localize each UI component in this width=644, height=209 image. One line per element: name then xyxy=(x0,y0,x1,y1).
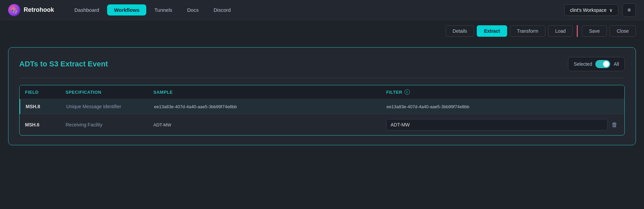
nav-item-workflows[interactable]: Workflows xyxy=(107,4,146,16)
nav-item-docs[interactable]: Docs xyxy=(180,4,205,16)
col-header-filter: FILTER i xyxy=(386,89,619,95)
logo-text: Retrohook xyxy=(24,6,54,13)
cell-spec-1: Unique Message Identifier xyxy=(66,104,154,109)
workspace-button[interactable]: clint's Workspace ∨ xyxy=(564,4,618,16)
all-label: All xyxy=(614,61,619,67)
hamburger-menu-button[interactable]: ≡ xyxy=(622,3,636,17)
cell-filter-1: ee13a83e-407d-4a40-aae5-3bb99f74e8bb xyxy=(387,104,619,109)
save-button[interactable]: Save xyxy=(582,25,607,37)
card-header: ADTs to S3 Extract Event Selected All xyxy=(19,57,625,71)
toggle-area[interactable]: Selected All xyxy=(568,57,625,71)
cell-filter-2: 🗑 xyxy=(386,119,619,130)
table-row: MSH.6 Receiving Facility ADT-MW 🗑 xyxy=(20,114,624,135)
nav-item-tunnels[interactable]: Tunnels xyxy=(148,4,179,16)
cell-spec-2: Receiving Facility xyxy=(66,122,153,127)
table-row: MSH.8 Unique Message Identifier ee13a83e… xyxy=(20,99,624,114)
main-nav: Dashboard Workflows Tunnels Docs Discord xyxy=(68,4,564,16)
extract-button[interactable]: Extract xyxy=(477,25,507,37)
hamburger-icon: ≡ xyxy=(627,7,630,13)
load-button[interactable]: Load xyxy=(548,25,573,37)
col-header-field: FIELD xyxy=(25,89,66,95)
cell-field-2: MSH.6 xyxy=(25,122,66,127)
cell-sample-1: ee13a83e-407d-4a40-aae5-3bb99f74e8bb xyxy=(154,104,387,109)
nav-item-dashboard[interactable]: Dashboard xyxy=(68,4,106,16)
trash-icon: 🗑 xyxy=(612,121,618,128)
data-table: FIELD SPECIFICATION SAMPLE FILTER i MSH.… xyxy=(19,85,625,136)
toolbar-divider xyxy=(577,25,578,37)
close-button[interactable]: Close xyxy=(610,25,636,37)
chevron-down-icon: ∨ xyxy=(609,7,613,13)
main-content: ADTs to S3 Extract Event Selected All FI… xyxy=(0,42,644,151)
card-divider xyxy=(19,78,625,78)
col-header-sample: SAMPLE xyxy=(153,89,386,95)
toggle-knob xyxy=(603,61,609,67)
logo-icon: 🎣 xyxy=(8,4,20,16)
header: 🎣 Retrohook Dashboard Workflows Tunnels … xyxy=(0,0,644,20)
workspace-label: clint's Workspace xyxy=(570,7,606,13)
header-right: clint's Workspace ∨ ≡ xyxy=(564,3,636,17)
table-header: FIELD SPECIFICATION SAMPLE FILTER i xyxy=(20,85,624,99)
extract-event-card: ADTs to S3 Extract Event Selected All FI… xyxy=(8,47,636,145)
card-title: ADTs to S3 Extract Event xyxy=(19,60,108,68)
toolbar: Details Extract Transform Load Save Clos… xyxy=(0,20,644,42)
delete-row2-button[interactable]: 🗑 xyxy=(610,120,619,130)
filter-info-icon[interactable]: i xyxy=(404,89,410,95)
nav-item-discord[interactable]: Discord xyxy=(207,4,238,16)
selected-all-toggle[interactable] xyxy=(595,60,610,68)
col-header-specification: SPECIFICATION xyxy=(66,89,153,95)
filter-input-row2[interactable] xyxy=(386,119,608,130)
cell-sample-2: ADT-MW xyxy=(153,122,386,127)
transform-button[interactable]: Transform xyxy=(510,25,545,37)
selected-label: Selected xyxy=(574,61,592,67)
cell-field-1: MSH.8 xyxy=(26,104,66,109)
logo-area: 🎣 Retrohook xyxy=(8,4,54,16)
details-button[interactable]: Details xyxy=(446,25,474,37)
